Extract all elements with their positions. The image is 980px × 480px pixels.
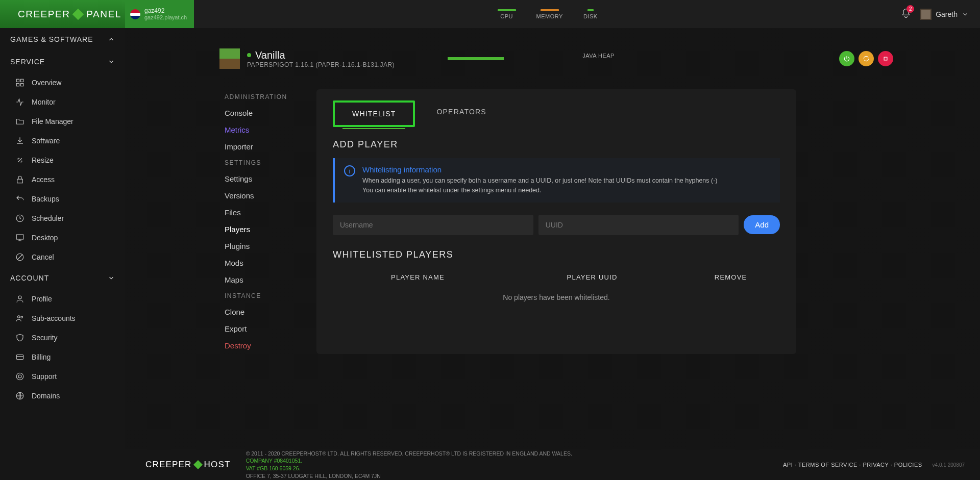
submenu-item-metrics[interactable]: Metrics [219,121,311,138]
th-player-name: PLAYER NAME [333,273,503,281]
footer-link-tos[interactable]: TERMS OF SERVICE [798,462,857,468]
info-icon: i [344,165,355,176]
slash-icon [15,252,24,262]
sidebar-item-software[interactable]: Software [0,131,125,150]
th-player-uuid: PLAYER UUID [503,273,681,281]
server-header: Vanilla PAPERSPIGOT 1.16.1 (PAPER-1.16.1… [219,48,980,69]
info-title: Whitelisting information [362,165,718,174]
submenu-item-plugins[interactable]: Plugins [219,238,311,255]
sidebar-item-backups[interactable]: Backups [0,189,125,209]
sidebar-item-scheduler[interactable]: Scheduler [0,209,125,228]
metric-disk[interactable]: DISK [583,9,598,19]
submenu-item-files[interactable]: Files [219,204,311,221]
server-start-button[interactable] [839,51,854,66]
clock-icon [15,214,24,223]
submenu-item-versions[interactable]: Versions [219,187,311,204]
sidebar-item-security[interactable]: Security [0,328,125,347]
sidebar-item-domains[interactable]: Domains [0,386,125,406]
tab-operators[interactable]: OPERATORS [419,100,503,127]
topbar: CREEPER PANEL gaz492 gaz492.playat.ch CP… [0,0,980,28]
submenu-item-mods[interactable]: Mods [219,255,311,271]
user-menu[interactable]: Gareth [920,9,969,20]
metric-memory[interactable]: MEMORY [536,9,563,19]
submenu: ADMINISTRATION Console Metrics Importer … [219,89,311,354]
submenu-item-importer[interactable]: Importer [219,138,311,155]
svg-rect-3 [21,84,23,86]
folder-icon [15,117,24,126]
activity-icon [15,97,24,107]
whitelist-info-box: i Whitelisting information When adding a… [333,158,780,203]
sidebar: GAMES & SOFTWARE SERVICE Overview Monito… [0,28,125,480]
server-subtitle: PAPERSPIGOT 1.16.1 (PAPER-1.16.1-B131.JA… [247,61,395,68]
refresh-icon [863,55,870,62]
sidebar-section-account[interactable]: ACCOUNT [0,267,125,289]
logo-cube-icon [72,8,84,20]
submenu-item-players[interactable]: Players [219,221,311,238]
server-badge[interactable]: gaz492 gaz492.playat.ch [125,0,194,28]
status-dot-icon [247,53,251,57]
submenu-hdr-settings: SETTINGS [219,155,311,170]
download-icon [15,136,24,145]
sidebar-item-access[interactable]: Access [0,170,125,189]
footer-link-policies[interactable]: POLICIES [894,462,922,468]
submenu-item-settings[interactable]: Settings [219,170,311,187]
server-stop-button[interactable] [878,51,893,66]
footer-text: © 2011 - 2020 CREEPERHOST® LTD. ALL RIGH… [246,450,572,480]
sidebar-section-service[interactable]: SERVICE [0,50,125,73]
flag-uk-icon [130,9,140,19]
sidebar-item-profile[interactable]: Profile [0,289,125,309]
sidebar-item-monitor[interactable]: Monitor [0,92,125,112]
sidebar-item-support[interactable]: Support [0,367,125,386]
submenu-item-export[interactable]: Export [219,320,311,337]
monitor-icon [15,233,24,242]
notifications-button[interactable]: 2 [901,8,911,20]
cpu-bar [498,9,516,11]
card-icon [15,352,24,362]
submenu-item-maps[interactable]: Maps [219,271,311,288]
uuid-input[interactable] [538,215,739,235]
sidebar-item-desktop[interactable]: Desktop [0,228,125,247]
th-remove: REMOVE [681,273,780,281]
metric-cpu[interactable]: CPU [498,9,516,19]
footer-version: v4.0.1 200807 [933,462,965,468]
sidebar-item-resize[interactable]: Resize [0,150,125,170]
sidebar-item-cancel[interactable]: Cancel [0,247,125,267]
footer-link-privacy[interactable]: PRIVACY [863,462,889,468]
lifebuoy-icon [15,372,24,381]
topbar-right: 2 Gareth [901,0,980,28]
disk-bar [587,9,594,11]
server-thumb-icon [219,48,240,69]
submenu-item-console[interactable]: Console [219,105,311,121]
java-heap-block [448,57,504,60]
footer-link-api[interactable]: API [783,462,793,468]
logo-right: PANEL [86,9,121,20]
server-badge-name: gaz492 [144,7,187,14]
resize-icon [15,156,24,165]
brand-logo[interactable]: CREEPER PANEL [0,0,125,28]
svg-point-12 [16,373,23,380]
add-button[interactable]: Add [744,215,780,234]
server-badge-host: gaz492.playat.ch [144,14,187,21]
sidebar-section-games[interactable]: GAMES & SOFTWARE [0,28,125,50]
submenu-item-destroy[interactable]: Destroy [219,337,311,354]
info-line1: When adding a user, you can specify both… [362,176,718,186]
tab-whitelist[interactable]: WHITELIST [333,100,415,127]
svg-rect-6 [16,235,23,239]
svg-point-13 [18,375,21,378]
sidebar-item-overview[interactable]: Overview [0,73,125,92]
logo-left: CREEPER [18,9,70,20]
main: Vanilla PAPERSPIGOT 1.16.1 (PAPER-1.16.1… [125,28,980,480]
avatar-icon [920,9,932,20]
server-restart-button[interactable] [859,51,874,66]
heap-label: JAVA HEAP [582,53,615,59]
footer-cube-icon [193,460,203,469]
sidebar-item-billing[interactable]: Billing [0,347,125,367]
sidebar-item-subaccounts[interactable]: Sub-accounts [0,309,125,328]
username-input[interactable] [333,215,533,235]
sidebar-item-filemanager[interactable]: File Manager [0,112,125,131]
shield-icon [15,333,24,342]
svg-point-9 [18,316,20,318]
footer-logo[interactable]: CREEPER HOST [145,460,231,470]
power-icon [843,55,850,62]
submenu-item-clone[interactable]: Clone [219,304,311,320]
